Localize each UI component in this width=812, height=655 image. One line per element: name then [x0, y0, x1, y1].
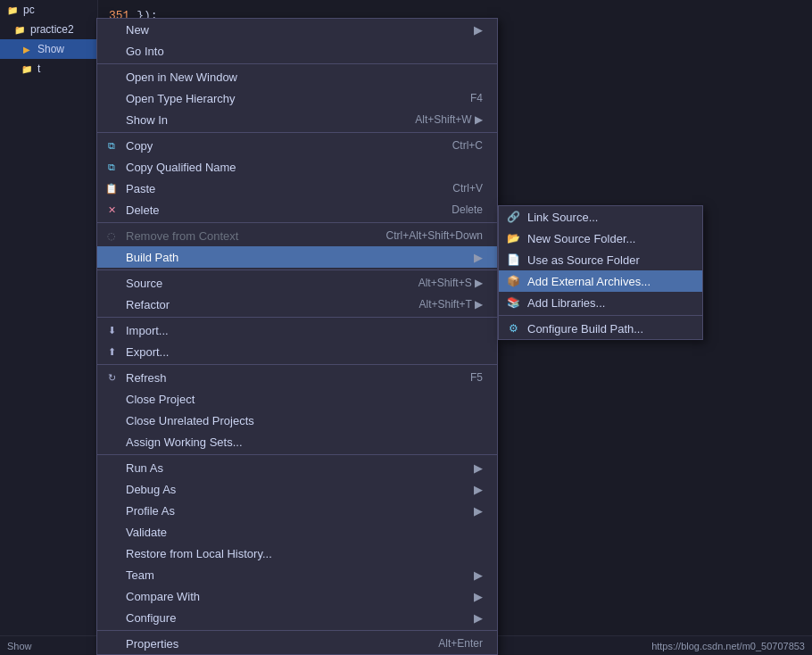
- menu-item-assign-working-sets[interactable]: Assign Working Sets...: [97, 431, 497, 452]
- menu-item-label: Link Source...: [527, 211, 599, 224]
- menu-item-close-unrelated[interactable]: Close Unrelated Projects: [97, 410, 497, 431]
- menu-item-team[interactable]: Team ▶: [97, 564, 497, 585]
- menu-item-label: Restore from Local History...: [126, 547, 272, 560]
- add-libraries-icon: 📚: [506, 295, 520, 310]
- shortcut-label: F5: [452, 371, 483, 384]
- folder-icon: 📁: [5, 3, 20, 17]
- shortcut-label: Ctrl+Alt+Shift+Down: [369, 229, 483, 242]
- menu-item-refactor[interactable]: Refactor Alt+Shift+T ▶: [97, 294, 497, 315]
- menu-item-label: Run As: [126, 461, 163, 475]
- remove-icon: ◌: [104, 228, 119, 243]
- arrow-icon: ▶: [474, 483, 483, 496]
- menu-item-close-project[interactable]: Close Project: [97, 388, 497, 410]
- menu-item-label: Source: [126, 277, 162, 290]
- sidebar-item-show[interactable]: ▶ Show: [0, 39, 97, 59]
- menu-item-paste[interactable]: 📋 Paste Ctrl+V: [97, 178, 497, 199]
- menu-item-label: Build Path: [126, 251, 178, 264]
- menu-item-show-in[interactable]: Show In Alt+Shift+W ▶: [97, 109, 497, 130]
- submenu-item-add-libraries[interactable]: 📚 Add Libraries...: [499, 292, 702, 313]
- separator: [97, 132, 497, 133]
- menu-item-label: Open in New Window: [126, 70, 237, 84]
- menu-item-open-window[interactable]: Open in New Window: [97, 66, 497, 87]
- sidebar-item-t[interactable]: 📁 t: [0, 59, 97, 79]
- sidebar-item-practice2[interactable]: 📁 practice2: [0, 20, 97, 39]
- menu-item-label: Copy: [126, 139, 153, 153]
- menu-item-profile-as[interactable]: Profile As ▶: [97, 500, 497, 521]
- menu-item-go-into[interactable]: Go Into: [97, 40, 497, 62]
- menu-item-compare-with[interactable]: Compare With ▶: [97, 585, 497, 607]
- sidebar: 📁 pc 📁 practice2 ▶ Show 📁 t: [0, 0, 98, 655]
- build-path-submenu: 🔗 Link Source... 📂 New Source Folder... …: [498, 205, 703, 340]
- menu-item-label: Close Project: [126, 393, 195, 406]
- menu-item-configure[interactable]: Configure ▶: [97, 607, 497, 628]
- menu-item-copy[interactable]: ⧉ Copy Ctrl+C: [97, 135, 497, 156]
- menu-item-label: Use as Source Folder: [527, 253, 640, 267]
- menu-item-import[interactable]: ⬇ Import...: [97, 319, 497, 341]
- menu-item-open-hierarchy[interactable]: Open Type Hierarchy F4: [97, 87, 497, 109]
- sidebar-item-label: practice2: [30, 23, 74, 36]
- link-source-icon: 🔗: [506, 210, 520, 224]
- sidebar-item-label: t: [37, 62, 40, 75]
- folder-icon: 📁: [12, 22, 27, 37]
- menu-item-build-path[interactable]: Build Path ▶: [97, 246, 497, 268]
- menu-item-restore-history[interactable]: Restore from Local History...: [97, 543, 497, 564]
- menu-item-label: Compare With: [126, 590, 200, 603]
- add-archives-icon: 📦: [506, 274, 520, 288]
- menu-item-label: Close Unrelated Projects: [126, 414, 254, 427]
- arrow-icon: ▶: [474, 590, 483, 603]
- menu-item-properties[interactable]: Properties Alt+Enter: [97, 633, 497, 654]
- menu-item-source[interactable]: Source Alt+Shift+S ▶: [97, 272, 497, 294]
- menu-item-label: Properties: [126, 637, 178, 651]
- menu-item-copy-qualified[interactable]: ⧉ Copy Qualified Name: [97, 156, 497, 178]
- menu-item-run-as[interactable]: Run As ▶: [97, 457, 497, 478]
- separator: [97, 63, 497, 64]
- menu-item-label: Add External Archives...: [527, 275, 650, 288]
- shortcut-label: Alt+Shift+T ▶: [402, 298, 483, 311]
- menu-item-export[interactable]: ⬆ Export...: [97, 341, 497, 362]
- separator: [499, 315, 702, 316]
- separator: [97, 317, 497, 318]
- status-left: Show: [7, 641, 32, 651]
- configure-build-path-icon: ⚙: [506, 321, 520, 336]
- menu-item-label: Configure Build Path...: [527, 322, 643, 336]
- menu-item-validate[interactable]: Validate: [97, 521, 497, 543]
- submenu-item-add-external-archives[interactable]: 📦 Add External Archives...: [499, 270, 702, 292]
- use-as-source-icon: 📄: [506, 253, 520, 267]
- submenu-item-use-as-source-folder[interactable]: 📄 Use as Source Folder: [499, 249, 702, 270]
- shortcut-label: Alt+Shift+S ▶: [401, 277, 483, 289]
- separator: [97, 630, 497, 631]
- submenu-item-configure-build-path[interactable]: ⚙ Configure Build Path...: [499, 318, 702, 339]
- sidebar-item-pc[interactable]: 📁 pc: [0, 0, 97, 20]
- menu-item-new[interactable]: New ▶: [97, 19, 497, 40]
- shortcut-label: Alt+Shift+W ▶: [397, 113, 483, 126]
- menu-item-remove-context[interactable]: ◌ Remove from Context Ctrl+Alt+Shift+Dow…: [97, 225, 497, 246]
- menu-item-label: Delete: [126, 203, 160, 217]
- folder-icon: 📁: [20, 62, 34, 76]
- package-icon: ▶: [20, 42, 34, 56]
- menu-item-label: Import...: [126, 324, 169, 337]
- menu-item-label: Add Libraries...: [527, 296, 605, 310]
- paste-icon: 📋: [104, 181, 119, 195]
- menu-item-label: Team: [126, 568, 154, 582]
- arrow-icon: ▶: [474, 504, 483, 518]
- delete-icon: ✕: [104, 203, 119, 217]
- shortcut-label: F4: [452, 92, 483, 104]
- menu-item-label: Show In: [126, 113, 168, 127]
- menu-item-label: Remove from Context: [126, 229, 238, 243]
- copy-icon: ⧉: [104, 138, 119, 153]
- menu-item-refresh[interactable]: ↻ Refresh F5: [97, 367, 497, 388]
- submenu-item-new-source-folder[interactable]: 📂 New Source Folder...: [499, 228, 702, 249]
- shortcut-label: Delete: [434, 203, 483, 216]
- menu-item-delete[interactable]: ✕ Delete Delete: [97, 199, 497, 220]
- arrow-icon: ▶: [474, 23, 483, 37]
- context-menu: New ▶ Go Into Open in New Window Open Ty…: [96, 18, 498, 655]
- export-icon: ⬆: [104, 344, 119, 359]
- submenu-item-link-source[interactable]: 🔗 Link Source...: [499, 206, 702, 228]
- separator: [97, 269, 497, 270]
- arrow-icon: ▶: [474, 611, 483, 625]
- menu-item-label: Assign Working Sets...: [126, 435, 243, 449]
- copy-icon: ⧉: [104, 160, 119, 174]
- separator: [97, 222, 497, 223]
- menu-item-label: New Source Folder...: [527, 232, 635, 245]
- menu-item-debug-as[interactable]: Debug As ▶: [97, 478, 497, 500]
